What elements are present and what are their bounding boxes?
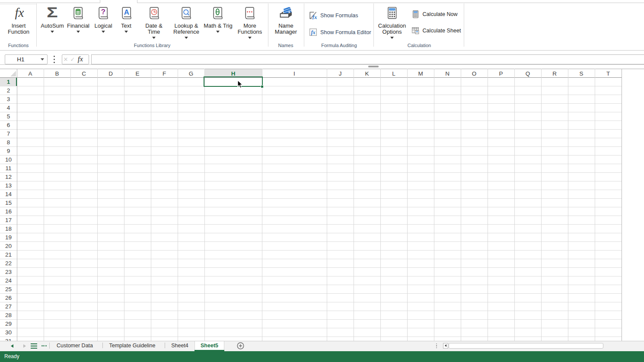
svg-text:fx: fx	[311, 29, 315, 35]
svg-text:?: ?	[101, 8, 105, 16]
svg-text:A: A	[124, 8, 129, 16]
svg-text:fx: fx	[312, 14, 317, 19]
